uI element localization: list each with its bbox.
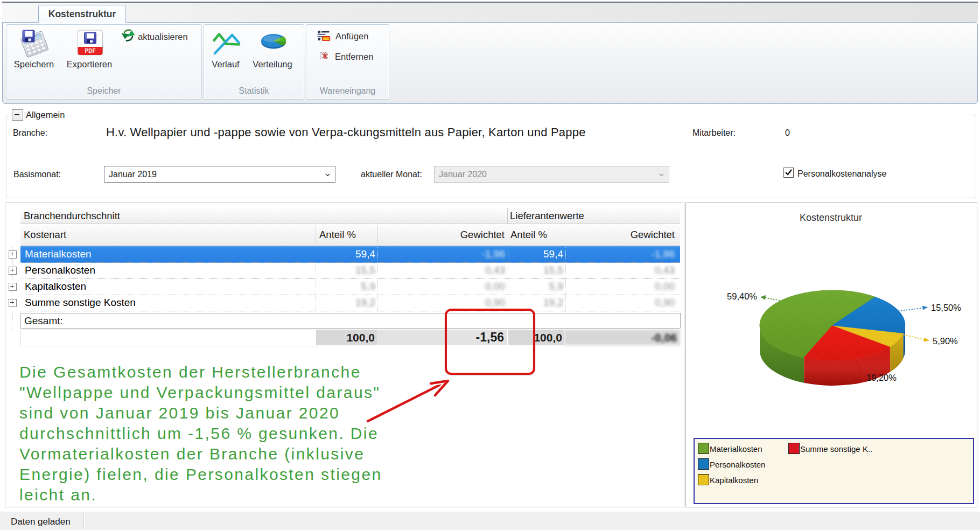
svg-text:PDF: PDF xyxy=(85,48,96,54)
